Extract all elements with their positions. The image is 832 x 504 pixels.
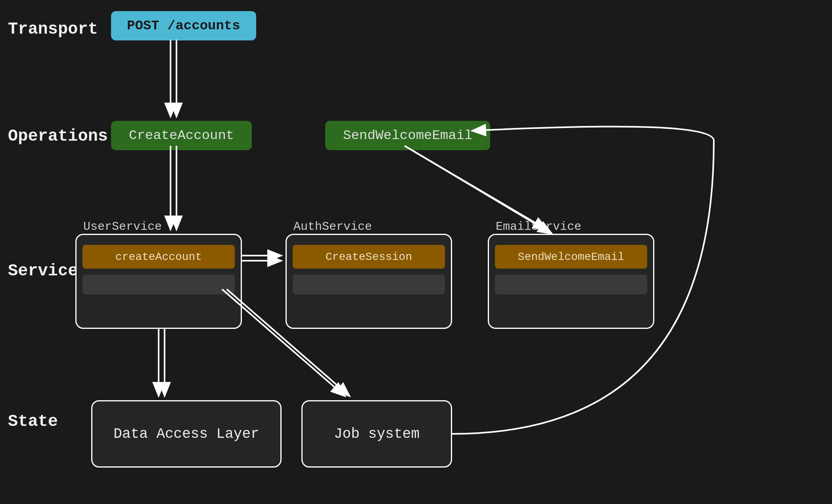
create-account-operation[interactable]: CreateAccount [111, 121, 252, 150]
auth-service-method-secondary [293, 275, 445, 294]
post-accounts-button[interactable]: POST /accounts [111, 11, 256, 40]
email-service-label: EmailService [496, 220, 581, 233]
user-service-box: createAccount [75, 234, 242, 329]
dal-label: Data Access Layer [113, 426, 259, 442]
diagram-container: Transport Operations Services State POST… [0, 0, 832, 504]
auth-service-label: AuthService [293, 220, 372, 233]
svg-line-12 [404, 146, 547, 230]
create-account-method[interactable]: createAccount [82, 245, 235, 269]
job-system-label: Job system [334, 426, 420, 442]
email-service-box: SendWelcomeEmail [488, 234, 654, 329]
state-layer-label: State [8, 412, 58, 431]
send-welcome-email-operation[interactable]: SendWelcomeEmail [325, 121, 490, 150]
job-system-box: Job system [301, 400, 452, 468]
operations-layer-label: Operations [8, 127, 108, 146]
user-service-method-secondary [82, 275, 235, 294]
email-service-method-secondary [495, 275, 647, 294]
user-service-label: UserService [83, 220, 162, 233]
create-session-method[interactable]: CreateSession [293, 245, 445, 269]
auth-service-box: CreateSession [286, 234, 452, 329]
transport-layer-label: Transport [8, 20, 98, 39]
send-welcome-email-method[interactable]: SendWelcomeEmail [495, 245, 647, 269]
data-access-layer-box: Data Access Layer [91, 400, 282, 468]
